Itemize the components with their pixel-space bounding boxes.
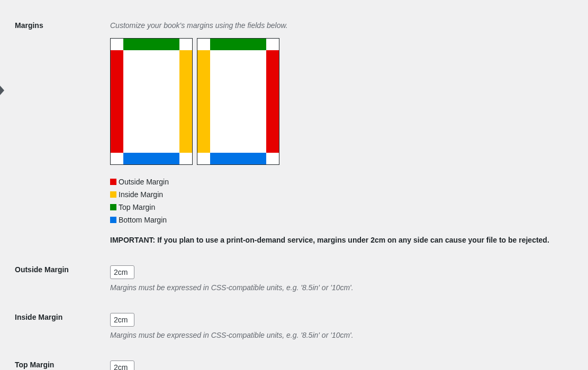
margins-important-note: IMPORTANT: If you plan to use a print-on… (110, 236, 569, 244)
margins-section-content: Customize your book's margins using the … (110, 21, 569, 244)
diagram-right-page (197, 38, 279, 165)
legend-item-outside: Outside Margin (110, 178, 569, 186)
outside-margin-help: Margins must be expressed in CSS-compati… (110, 283, 569, 292)
legend-label-outside: Outside Margin (119, 178, 169, 186)
outside-margin-input[interactable] (110, 265, 134, 279)
diagram-outside-margin (266, 50, 279, 153)
margins-section-label: Margins (4, 21, 110, 30)
outside-margin-label: Outside Margin (4, 265, 110, 274)
legend-item-top: Top Margin (110, 203, 569, 211)
outside-margin-content: Margins must be expressed in CSS-compati… (110, 265, 569, 292)
margins-header-row: Margins Customize your book's margins us… (4, 11, 575, 255)
diagram-bottom-margin (123, 153, 179, 164)
margins-diagram (110, 38, 569, 165)
diagram-inside-margin (179, 50, 192, 153)
legend-item-bottom: Bottom Margin (110, 216, 569, 224)
inside-margin-help: Margins must be expressed in CSS-compati… (110, 331, 569, 339)
swatch-red-icon (110, 179, 116, 185)
inside-margin-row: Inside Margin Margins must be expressed … (4, 302, 575, 350)
top-margin-input[interactable] (110, 360, 134, 370)
margins-legend: Outside Margin Inside Margin Top Margin … (110, 178, 569, 224)
legend-label-top: Top Margin (119, 203, 155, 211)
inside-margin-input[interactable] (110, 313, 134, 327)
top-margin-content: Margins must be expressed in CSS-compati… (110, 360, 569, 370)
diagram-inside-margin (197, 50, 210, 153)
inside-margin-content: Margins must be expressed in CSS-compati… (110, 313, 569, 339)
margins-description: Customize your book's margins using the … (110, 21, 569, 30)
legend-label-inside: Inside Margin (119, 190, 163, 199)
diagram-top-margin (123, 39, 179, 50)
top-margin-label: Top Margin (4, 360, 110, 369)
outside-margin-row: Outside Margin Margins must be expressed… (4, 255, 575, 302)
top-margin-row: Top Margin Margins must be expressed in … (4, 350, 575, 370)
inside-margin-label: Inside Margin (4, 313, 110, 321)
diagram-outside-margin (111, 50, 123, 153)
diagram-bottom-margin (210, 153, 266, 164)
swatch-blue-icon (110, 217, 116, 223)
diagram-left-page (110, 38, 193, 165)
swatch-green-icon (110, 204, 116, 210)
legend-label-bottom: Bottom Margin (119, 216, 167, 224)
swatch-yellow-icon (110, 191, 116, 198)
legend-item-inside: Inside Margin (110, 190, 569, 199)
margins-settings-section: Margins Customize your book's margins us… (0, 0, 588, 370)
diagram-top-margin (210, 39, 266, 50)
